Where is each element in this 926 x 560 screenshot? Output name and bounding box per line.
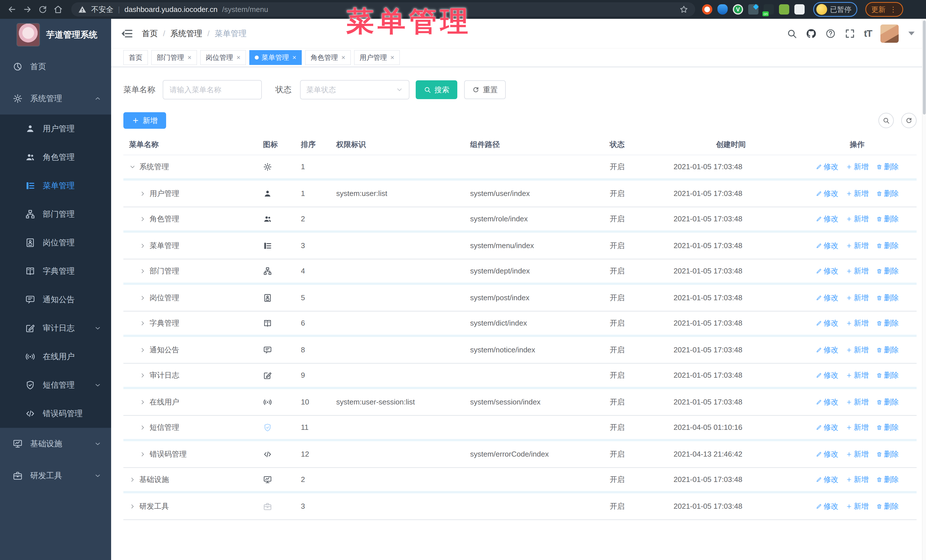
expand-caret-icon[interactable] [139, 320, 146, 327]
fullscreen-icon[interactable] [844, 28, 855, 39]
browser-forward-icon[interactable] [22, 4, 33, 15]
add-action[interactable]: 新增 [846, 318, 869, 328]
breadcrumb-home[interactable]: 首页 [142, 28, 158, 39]
add-action[interactable]: 新增 [846, 266, 869, 276]
edit-action[interactable]: 修改 [816, 370, 838, 380]
menu-name-input[interactable] [163, 80, 262, 100]
edit-action[interactable]: 修改 [816, 162, 838, 172]
expand-caret-icon[interactable] [139, 424, 146, 431]
tab-item[interactable]: 用户管理× [354, 50, 400, 65]
browser-reload-icon[interactable] [37, 4, 48, 15]
sidebar-item-users[interactable]: 角色管理 [0, 143, 111, 172]
add-action[interactable]: 新增 [846, 293, 869, 303]
delete-action[interactable]: 删除 [876, 449, 899, 459]
expand-caret-icon[interactable] [139, 216, 146, 222]
edit-action[interactable]: 修改 [816, 501, 838, 511]
github-icon[interactable] [806, 28, 817, 39]
search-icon[interactable] [787, 28, 797, 39]
sidebar-item-tool[interactable]: 研发工具 [0, 460, 111, 492]
font-size-icon[interactable]: tT [864, 28, 872, 39]
edit-action[interactable]: 修改 [816, 214, 838, 224]
delete-action[interactable]: 删除 [876, 266, 899, 276]
breadcrumb-system[interactable]: 系统管理 [170, 28, 202, 39]
edit-action[interactable]: 修改 [816, 266, 838, 276]
sidebar-item-tree[interactable]: 菜单管理 [0, 172, 111, 200]
add-action[interactable]: 新增 [846, 189, 869, 199]
delete-action[interactable]: 删除 [876, 397, 899, 407]
edit-action[interactable]: 修改 [816, 474, 838, 485]
close-icon[interactable]: × [188, 54, 191, 62]
close-icon[interactable]: × [236, 54, 241, 62]
delete-action[interactable]: 删除 [876, 214, 899, 224]
expand-caret-icon[interactable] [139, 399, 146, 406]
expand-caret-icon[interactable] [129, 476, 136, 483]
tab-item[interactable]: 菜单管理× [249, 50, 302, 65]
delete-action[interactable]: 删除 [876, 189, 899, 199]
delete-action[interactable]: 删除 [876, 241, 899, 251]
sidebar-item-dashboard[interactable]: 首页 [0, 51, 111, 83]
edit-action[interactable]: 修改 [816, 397, 838, 407]
expand-caret-icon[interactable] [139, 451, 146, 458]
expand-caret-icon[interactable] [139, 242, 146, 249]
scrollbar-thumb[interactable] [923, 21, 926, 115]
edit-action[interactable]: 修改 [816, 241, 838, 251]
expand-caret-icon[interactable] [129, 163, 136, 171]
close-icon[interactable]: × [292, 54, 296, 62]
url-host[interactable]: dashboard.yudao.iocoder.cn [124, 5, 218, 14]
browser-menu-icon[interactable]: ⋮ [890, 5, 897, 14]
edit-action[interactable]: 修改 [816, 423, 838, 432]
browser-home-icon[interactable] [53, 4, 64, 15]
add-action[interactable]: 新增 [846, 370, 869, 380]
add-action[interactable]: 新增 [846, 474, 869, 485]
delete-action[interactable]: 删除 [876, 423, 899, 432]
page-scrollbar[interactable] [922, 19, 926, 560]
add-action[interactable]: 新增 [846, 345, 869, 355]
sidebar-item-org[interactable]: 部门管理 [0, 200, 111, 228]
add-action[interactable]: 新增 [846, 162, 869, 172]
edit-action[interactable]: 修改 [816, 345, 838, 355]
avatar-caret-down-icon[interactable] [908, 32, 915, 35]
close-icon[interactable]: × [390, 54, 394, 62]
tab-item[interactable]: 部门管理× [151, 50, 197, 65]
sidebar-item-gear[interactable]: 系统管理 [0, 83, 111, 115]
browser-profile-badge[interactable]: 已暂停 [813, 2, 857, 17]
delete-action[interactable]: 删除 [876, 370, 899, 380]
expand-caret-icon[interactable] [139, 347, 146, 353]
toggle-search-button[interactable] [878, 113, 894, 128]
extension-ubuntu-icon[interactable] [702, 4, 712, 15]
bookmark-star-icon[interactable] [679, 5, 688, 14]
delete-action[interactable]: 删除 [876, 501, 899, 511]
expand-caret-icon[interactable] [139, 372, 146, 379]
close-icon[interactable]: × [341, 54, 345, 62]
extension-grid-icon[interactable] [748, 4, 758, 15]
sidebar-item-code[interactable]: 错误码管理 [0, 399, 111, 428]
url-bar[interactable]: 不安全 | dashboard.yudao.iocoder.cn /system… [71, 2, 695, 17]
delete-action[interactable]: 删除 [876, 162, 899, 172]
sidebar-item-message[interactable]: 通知公告 [0, 285, 111, 314]
expand-caret-icon[interactable] [129, 503, 136, 510]
sidebar-item-online[interactable]: 在线用户 [0, 343, 111, 371]
avatar[interactable] [881, 24, 899, 43]
tab-item[interactable]: 岗位管理× [200, 50, 246, 65]
expand-caret-icon[interactable] [139, 190, 146, 197]
sidebar-item-edit[interactable]: 审计日志 [0, 314, 111, 343]
expand-caret-icon[interactable] [139, 268, 146, 275]
sidebar-item-book[interactable]: 字典管理 [0, 257, 111, 285]
sidebar-item-monitor[interactable]: 基础设施 [0, 428, 111, 460]
edit-action[interactable]: 修改 [816, 293, 838, 303]
add-action[interactable]: 新增 [846, 214, 869, 224]
edit-action[interactable]: 修改 [816, 449, 838, 459]
reset-button[interactable]: 重置 [464, 80, 506, 99]
add-action[interactable]: 新增 [846, 423, 869, 432]
add-action[interactable]: 新增 [846, 397, 869, 407]
tab-item[interactable]: 角色管理× [305, 50, 351, 65]
sidebar-item-badge[interactable]: 岗位管理 [0, 228, 111, 257]
sidebar-item-user[interactable]: 用户管理 [0, 115, 111, 143]
add-button[interactable]: 新增 [123, 112, 166, 129]
browser-update-button[interactable]: 更新 ⋮ [865, 2, 903, 17]
delete-action[interactable]: 删除 [876, 345, 899, 355]
url-path[interactable]: /system/menu [222, 5, 675, 14]
extension-switch-icon[interactable]: on [764, 4, 774, 15]
tab-item[interactable]: 首页 [123, 50, 148, 65]
browser-back-icon[interactable] [6, 4, 18, 15]
